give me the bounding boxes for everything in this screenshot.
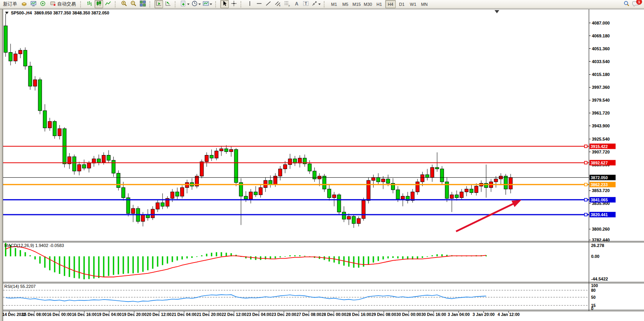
crosshair-icon xyxy=(231,0,237,8)
chart-shift-icon xyxy=(165,0,171,8)
horizontal-line-tool-button[interactable] xyxy=(255,0,263,8)
svg-text:20 Dec 12:00: 20 Dec 12:00 xyxy=(147,312,172,317)
trendline-tool-button[interactable] xyxy=(264,0,273,8)
svg-text:19 Dec 20:00: 19 Dec 20:00 xyxy=(122,312,147,317)
vertical-line-icon xyxy=(247,0,253,8)
indicators-button[interactable] xyxy=(180,0,190,8)
svg-text:30 Dec 16:00: 30 Dec 16:00 xyxy=(421,312,446,317)
svg-text:80: 80 xyxy=(591,288,596,293)
svg-text:21 Dec 20:00: 21 Dec 20:00 xyxy=(197,312,221,317)
chart-ohlc-values: 3869.050 3877.350 3848.350 3872.050 xyxy=(34,11,109,15)
svg-text:T: T xyxy=(305,2,307,6)
macd-indicator-label: MACD(12,26,9) 1.9402 -0.0583 xyxy=(4,243,64,248)
channel-tool-button[interactable]: E xyxy=(274,0,282,8)
new-order-label: 新订单 xyxy=(3,1,17,7)
svg-text:E: E xyxy=(279,4,281,7)
svg-text:3925.540: 3925.540 xyxy=(592,137,610,141)
search-button[interactable] xyxy=(622,0,631,8)
svg-text:3782.440: 3782.440 xyxy=(592,238,610,242)
fibonacci-icon: F xyxy=(284,0,290,8)
svg-text:3 Jan 04:00: 3 Jan 04:00 xyxy=(447,312,470,317)
svg-text:3872.050: 3872.050 xyxy=(591,175,608,180)
zoom-out-button[interactable] xyxy=(129,0,138,8)
cursor-icon xyxy=(221,0,228,8)
svg-text:3997.360: 3997.360 xyxy=(592,85,610,90)
timeframe-h4-button[interactable]: H4 xyxy=(385,0,396,8)
notifications-button[interactable]: 1 xyxy=(632,0,640,8)
tile-windows-button[interactable] xyxy=(139,0,147,8)
svg-text:-44.5422: -44.5422 xyxy=(591,277,608,281)
tile-windows-icon xyxy=(140,0,146,8)
crosshair-tool-button[interactable] xyxy=(230,0,238,8)
svg-text:4087.000: 4087.000 xyxy=(592,21,610,25)
ohlc-bars-icon xyxy=(86,0,93,8)
svg-text:27 Dec 08:00: 27 Dec 08:00 xyxy=(297,312,321,317)
timeframe-m15-button[interactable]: M15 xyxy=(351,0,362,8)
arrow-objects-icon xyxy=(311,0,318,8)
svg-text:3 Jan 20:00: 3 Jan 20:00 xyxy=(473,312,495,317)
periods-button[interactable] xyxy=(191,0,202,8)
text-tool-button[interactable]: A xyxy=(292,0,301,8)
chart-canvas[interactable]: 4087.0004069.1804051.3604033.5404015.180… xyxy=(0,0,644,321)
toolbar-grip xyxy=(215,1,218,7)
timeframe-m1-button[interactable]: M1 xyxy=(329,0,339,8)
timeframe-mn-button[interactable]: MN xyxy=(419,0,430,8)
time-axis: 14 Dec 202215 Dec 08:0016 Dec 00:0016 De… xyxy=(2,311,519,317)
horizontal-line-icon xyxy=(256,0,262,8)
indicator-add-icon xyxy=(180,0,186,8)
svg-text:16 Dec 00:00: 16 Dec 00:00 xyxy=(47,312,72,317)
equidistant-channel-icon: E xyxy=(275,0,281,8)
rsi-indicator-label: RSI(14) 55.2207 xyxy=(4,284,36,289)
templates-button[interactable] xyxy=(202,0,213,8)
svg-text:0.00: 0.00 xyxy=(591,254,599,259)
svg-text:26.278: 26.278 xyxy=(591,243,604,248)
toolbar-grip xyxy=(324,1,327,7)
svg-text:4015.180: 4015.180 xyxy=(592,72,610,77)
line-chart-mode-button[interactable] xyxy=(104,0,112,8)
arrows-tool-button[interactable] xyxy=(311,0,321,8)
label-tool-button[interactable]: T xyxy=(302,0,310,8)
timeframe-m30-button[interactable]: M30 xyxy=(363,0,373,8)
chart-title: SP500-,H4 3869.050 3877.350 3848.350 387… xyxy=(5,11,109,15)
svg-text:4051.360: 4051.360 xyxy=(592,46,610,51)
terminal-button[interactable] xyxy=(29,0,38,8)
vertical-line-tool-button[interactable] xyxy=(246,0,254,8)
market-watch-button[interactable] xyxy=(20,0,28,8)
auto-scroll-button[interactable] xyxy=(154,0,163,8)
chart-shift-button[interactable] xyxy=(164,0,172,8)
timeframe-m5-button[interactable]: M5 xyxy=(340,0,351,8)
new-order-button[interactable]: 新订单 xyxy=(1,0,19,8)
fibonacci-tool-button[interactable]: F xyxy=(283,0,291,8)
chart-symbol-period: SP500-,H4 xyxy=(11,11,32,15)
svg-text:23 Dec 04:00: 23 Dec 04:00 xyxy=(247,312,272,317)
zoom-out-icon xyxy=(130,0,137,8)
svg-text:3961.720: 3961.720 xyxy=(592,111,610,115)
toolbar-grip xyxy=(115,1,118,7)
svg-text:0: 0 xyxy=(591,306,593,311)
svg-text:28 Dec 00:00: 28 Dec 00:00 xyxy=(321,312,346,317)
svg-text:4069.180: 4069.180 xyxy=(592,34,610,38)
toolbar-grip xyxy=(149,1,153,7)
svg-text:3862.233: 3862.233 xyxy=(591,182,608,187)
svg-text:4033.540: 4033.540 xyxy=(592,59,610,64)
timeframe-w1-button[interactable]: W1 xyxy=(408,0,418,8)
svg-text:3892.627: 3892.627 xyxy=(591,160,608,165)
cursor-tool-button[interactable] xyxy=(220,0,229,8)
svg-text:22 Dec 12:00: 22 Dec 12:00 xyxy=(222,312,247,317)
auto-trading-button[interactable]: 自动交易 xyxy=(48,0,78,8)
svg-text:A: A xyxy=(295,1,298,7)
toolbar-grip xyxy=(240,1,244,7)
zoom-in-button[interactable] xyxy=(120,0,128,8)
svg-text:15 Dec 08:00: 15 Dec 08:00 xyxy=(22,312,47,317)
data-center-button[interactable] xyxy=(39,0,47,8)
candlestick-mode-button[interactable] xyxy=(95,0,103,8)
symbol-dropdown-icon[interactable] xyxy=(5,12,9,14)
text-label-icon: T xyxy=(303,0,309,8)
chevron-down-icon xyxy=(198,4,201,6)
svg-text:F: F xyxy=(289,5,290,7)
trendline-icon xyxy=(265,0,272,8)
timeframe-d1-button[interactable]: D1 xyxy=(397,0,407,8)
svg-text:21 Dec 04:00: 21 Dec 04:00 xyxy=(172,312,197,317)
timeframe-h1-button[interactable]: H1 xyxy=(374,0,384,8)
bar-chart-mode-button[interactable] xyxy=(85,0,94,8)
